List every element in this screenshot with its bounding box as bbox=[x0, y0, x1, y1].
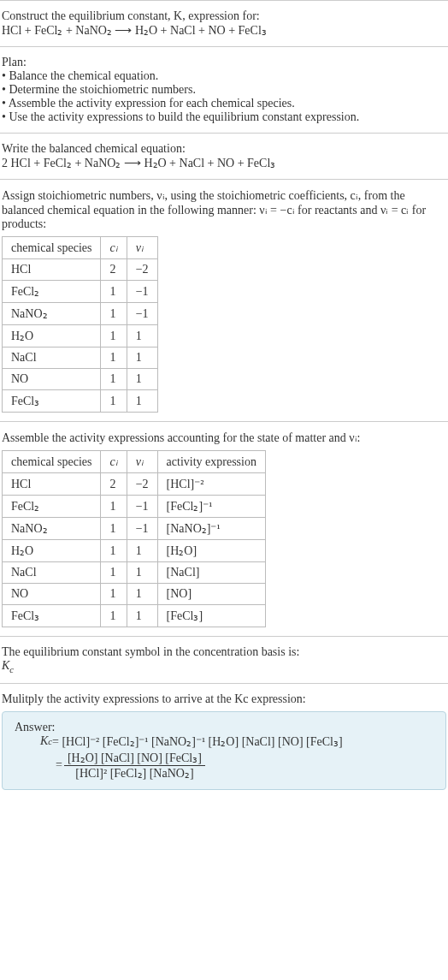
cell: FeCl₂ bbox=[3, 496, 101, 518]
cell: FeCl₃ bbox=[3, 390, 101, 413]
cell: 1 bbox=[127, 540, 157, 562]
plan-title: Plan: bbox=[2, 56, 446, 69]
section-symbol: The equilibrium constant symbol in the c… bbox=[0, 636, 448, 683]
cell: 1 bbox=[101, 347, 127, 369]
cell: NaCl bbox=[3, 562, 101, 584]
table-row: NaCl11[NaCl] bbox=[3, 562, 266, 584]
cell: −2 bbox=[127, 259, 157, 281]
table-row: FeCl₃11 bbox=[3, 390, 158, 413]
vi-label: νᵢ bbox=[136, 455, 144, 468]
kc-k: K bbox=[2, 659, 9, 672]
cell: [NO] bbox=[157, 584, 265, 605]
section-activity: Assemble the activity expressions accoun… bbox=[0, 421, 448, 636]
plan-item-1: • Balance the chemical equation. bbox=[2, 69, 446, 83]
table-row: H₂O11[H₂O] bbox=[3, 540, 266, 562]
symbol-kc: Kc bbox=[2, 659, 446, 674]
cell: 2 bbox=[101, 473, 127, 496]
kc-c: c bbox=[9, 665, 14, 674]
cell: 1 bbox=[101, 518, 127, 540]
cell: 1 bbox=[101, 496, 127, 518]
cell: 1 bbox=[127, 562, 157, 584]
cell: 1 bbox=[101, 390, 127, 413]
col-species: chemical species bbox=[3, 451, 101, 473]
table-row: FeCl₂1−1 bbox=[3, 281, 158, 303]
ci-label: cᵢ bbox=[109, 241, 117, 254]
cell: HCl bbox=[3, 259, 101, 281]
cell: 1 bbox=[101, 303, 127, 325]
answer-box: Answer: Kc = [HCl]⁻² [FeCl₂]⁻¹ [NaNO₂]⁻¹… bbox=[2, 711, 446, 790]
col-species: chemical species bbox=[3, 237, 101, 259]
vi-label: νᵢ bbox=[136, 241, 144, 254]
cell: NO bbox=[3, 584, 101, 605]
cell: 1 bbox=[127, 325, 157, 347]
answer-expr1: = [HCl]⁻² [FeCl₂]⁻¹ [NaNO₂]⁻¹ [H₂O] [NaC… bbox=[52, 734, 343, 749]
cell: H₂O bbox=[3, 325, 101, 347]
table-row: H₂O11 bbox=[3, 325, 158, 347]
cell: H₂O bbox=[3, 540, 101, 562]
table-row: FeCl₂1−1[FeCl₂]⁻¹ bbox=[3, 496, 266, 518]
equals-sign: = bbox=[56, 758, 62, 772]
cell: 1 bbox=[101, 605, 127, 627]
answer-line2: = [H₂O] [NaCl] [NO] [FeCl₃] [HCl]² [FeCl… bbox=[56, 751, 433, 781]
section-stoich: Assign stoichiometric numbers, νᵢ, using… bbox=[0, 179, 448, 421]
cell: −1 bbox=[127, 303, 157, 325]
section-problem: Construct the equilibrium constant, K, e… bbox=[0, 0, 448, 46]
cell: −2 bbox=[127, 473, 157, 496]
table-row: HCl2−2 bbox=[3, 259, 158, 281]
plan-item-3: • Assemble the activity expression for e… bbox=[2, 97, 446, 110]
cell: HCl bbox=[3, 473, 101, 496]
stoich-text: Assign stoichiometric numbers, νᵢ, using… bbox=[2, 188, 446, 231]
answer-title: Answer: bbox=[15, 721, 433, 734]
cell: [FeCl₃] bbox=[157, 605, 265, 627]
cell: 1 bbox=[127, 390, 157, 413]
fraction: [H₂O] [NaCl] [NO] [FeCl₃] [HCl]² [FeCl₂]… bbox=[64, 751, 205, 781]
balanced-equation: 2 HCl + FeCl₂ + NaNO₂ ⟶ H₂O + NaCl + NO … bbox=[2, 156, 446, 170]
cell: NaNO₂ bbox=[3, 303, 101, 325]
cell: NaNO₂ bbox=[3, 518, 101, 540]
cell: 1 bbox=[101, 369, 127, 390]
kc-k: K bbox=[40, 734, 48, 748]
cell: −1 bbox=[127, 281, 157, 303]
answer-line1: Kc = [HCl]⁻² [FeCl₂]⁻¹ [NaNO₂]⁻¹ [H₂O] [… bbox=[40, 734, 433, 749]
plan-item-2: • Determine the stoichiometric numbers. bbox=[2, 83, 446, 97]
symbol-text: The equilibrium constant symbol in the c… bbox=[2, 645, 446, 659]
cell: FeCl₂ bbox=[3, 281, 101, 303]
cell: −1 bbox=[127, 496, 157, 518]
table-row: FeCl₃11[FeCl₃] bbox=[3, 605, 266, 627]
cell: 1 bbox=[101, 325, 127, 347]
table-header: chemical species cᵢ νᵢ activity expressi… bbox=[3, 451, 266, 473]
cell: 1 bbox=[127, 369, 157, 390]
table-header: chemical species cᵢ νᵢ bbox=[3, 237, 158, 259]
ci-label: cᵢ bbox=[109, 455, 117, 468]
cell: 1 bbox=[101, 540, 127, 562]
balanced-label: Write the balanced chemical equation: bbox=[2, 142, 446, 156]
table-row: NaCl11 bbox=[3, 347, 158, 369]
col-ci: cᵢ bbox=[101, 451, 127, 473]
table-row: NO11 bbox=[3, 369, 158, 390]
fraction-numerator: [H₂O] [NaCl] [NO] [FeCl₃] bbox=[64, 751, 205, 766]
cell: [NaCl] bbox=[157, 562, 265, 584]
multiply-text: Mulitply the activity expressions to arr… bbox=[2, 692, 446, 706]
cell: 2 bbox=[101, 259, 127, 281]
col-ci: cᵢ bbox=[101, 237, 127, 259]
table-row: NaNO₂1−1 bbox=[3, 303, 158, 325]
problem-equation: HCl + FeCl₂ + NaNO₂ ⟶ H₂O + NaCl + NO + … bbox=[2, 23, 446, 38]
cell: 1 bbox=[101, 562, 127, 584]
stoich-table: chemical species cᵢ νᵢ HCl2−2 FeCl₂1−1 N… bbox=[2, 236, 158, 413]
table-row: NO11[NO] bbox=[3, 584, 266, 605]
cell: [FeCl₂]⁻¹ bbox=[157, 496, 265, 518]
cell: 1 bbox=[127, 347, 157, 369]
plan-item-4: • Use the activity expressions to build … bbox=[2, 110, 446, 124]
cell: 1 bbox=[101, 584, 127, 605]
cell: 1 bbox=[101, 281, 127, 303]
activity-table: chemical species cᵢ νᵢ activity expressi… bbox=[2, 450, 266, 627]
problem-line1: Construct the equilibrium constant, K, e… bbox=[2, 9, 446, 23]
cell: −1 bbox=[127, 518, 157, 540]
cell: [H₂O] bbox=[157, 540, 265, 562]
cell: FeCl₃ bbox=[3, 605, 101, 627]
cell: 1 bbox=[127, 584, 157, 605]
cell: NaCl bbox=[3, 347, 101, 369]
table-row: HCl2−2[HCl]⁻² bbox=[3, 473, 266, 496]
cell: [HCl]⁻² bbox=[157, 473, 265, 496]
col-vi: νᵢ bbox=[127, 451, 157, 473]
